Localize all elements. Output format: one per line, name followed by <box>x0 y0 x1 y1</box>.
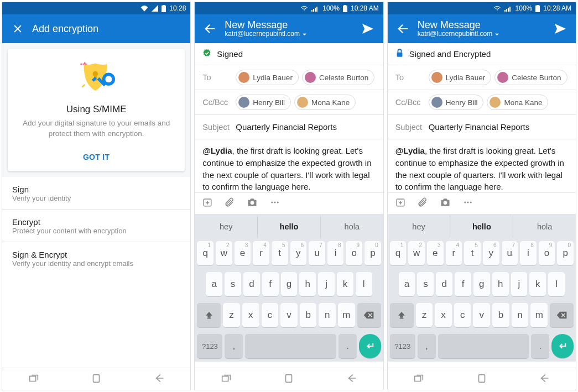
key-z[interactable]: z <box>223 303 240 327</box>
backspace-key[interactable] <box>550 303 574 327</box>
send-button[interactable] <box>360 21 376 36</box>
suggestion[interactable]: hello <box>258 216 321 238</box>
home-icon[interactable] <box>476 372 488 386</box>
option-sign-encrypt[interactable]: Sign & Encrypt Verify your identity and … <box>2 242 190 274</box>
key-e[interactable]: e3 <box>427 241 444 265</box>
close-icon[interactable] <box>10 21 25 36</box>
key-o[interactable]: o9 <box>539 241 555 265</box>
space-key[interactable] <box>438 334 529 358</box>
suggestion[interactable]: hola <box>513 216 576 238</box>
option-sign[interactable]: Sign Verify your identity <box>2 177 190 210</box>
recipient-chip[interactable]: Henry Bill <box>429 95 484 110</box>
back-icon[interactable] <box>346 372 358 386</box>
recipient-chip[interactable]: Celeste Burton <box>302 70 374 85</box>
space-key[interactable] <box>245 334 336 358</box>
suggestion[interactable]: hey <box>195 216 258 238</box>
key-c[interactable]: c <box>454 303 471 327</box>
key-x[interactable]: x <box>435 303 452 327</box>
key-s[interactable]: s <box>225 272 241 296</box>
key-s[interactable]: s <box>417 272 434 296</box>
security-banner[interactable]: Signed <box>195 43 383 65</box>
subject-row[interactable]: Subject Quarterly Financial Reports <box>388 115 576 139</box>
symbols-key[interactable]: ?123 <box>390 334 415 358</box>
key-o[interactable]: o9 <box>346 241 362 265</box>
key-m[interactable]: m <box>530 303 548 327</box>
key-z[interactable]: z <box>416 303 433 327</box>
cc-row[interactable]: Cc/Bcc Henry Bill Mona Kane <box>195 90 383 115</box>
key-v[interactable]: v <box>280 303 298 327</box>
key-f[interactable]: f <box>262 272 279 296</box>
shift-key[interactable] <box>390 303 414 327</box>
period-key[interactable]: . <box>531 334 549 358</box>
comma-key[interactable]: , <box>418 334 436 358</box>
key-g[interactable]: g <box>281 272 298 296</box>
suggestion[interactable]: hey <box>388 216 451 238</box>
period-key[interactable]: . <box>339 334 357 358</box>
key-l[interactable]: l <box>548 272 565 296</box>
key-n[interactable]: n <box>512 303 529 327</box>
key-l[interactable]: l <box>356 272 372 296</box>
key-f[interactable]: f <box>455 272 471 296</box>
recipient-chip[interactable]: Mona Kane <box>294 95 356 110</box>
attachment-icon[interactable] <box>225 197 235 210</box>
recipient-chip[interactable]: Mona Kane <box>487 95 548 110</box>
key-h[interactable]: h <box>299 272 316 296</box>
from-account-picker[interactable]: katri@lucernepubintl.com <box>418 30 500 38</box>
more-icon[interactable] <box>463 197 473 210</box>
key-w[interactable]: w2 <box>408 241 425 265</box>
key-k[interactable]: k <box>337 272 353 296</box>
key-b[interactable]: b <box>492 303 509 327</box>
key-g[interactable]: g <box>473 272 490 296</box>
send-button[interactable] <box>553 21 568 36</box>
key-r[interactable]: r4 <box>446 241 462 265</box>
backspace-key[interactable] <box>357 303 381 327</box>
key-r[interactable]: r4 <box>253 241 269 265</box>
suggestion[interactable]: hola <box>321 216 383 238</box>
key-q[interactable]: q1 <box>197 241 214 265</box>
key-i[interactable]: i8 <box>520 241 537 265</box>
option-encrypt[interactable]: Encrypt Protect your content with encryp… <box>2 210 190 242</box>
key-u[interactable]: u7 <box>309 241 325 265</box>
key-t[interactable]: t5 <box>464 241 481 265</box>
recent-apps-icon[interactable] <box>28 372 40 386</box>
key-b[interactable]: b <box>300 303 317 327</box>
recipient-chip[interactable]: Celeste Burton <box>494 70 567 85</box>
back-icon[interactable] <box>153 372 165 386</box>
recent-apps-icon[interactable] <box>413 372 425 386</box>
security-banner[interactable]: Signed and Encrypted <box>388 43 576 65</box>
key-y[interactable]: y6 <box>290 241 307 265</box>
comma-key[interactable]: , <box>225 334 243 358</box>
shift-key[interactable] <box>197 303 221 327</box>
back-arrow-icon[interactable] <box>395 21 411 36</box>
key-p[interactable]: p0 <box>364 241 381 265</box>
symbols-key[interactable]: ?123 <box>197 334 222 358</box>
to-row[interactable]: To Lydia Bauer Celeste Burton <box>195 65 383 90</box>
enter-key[interactable] <box>359 334 381 358</box>
key-k[interactable]: k <box>529 272 546 296</box>
key-n[interactable]: n <box>319 303 336 327</box>
subject-row[interactable]: Subject Quarterly Financial Reports <box>195 115 383 139</box>
back-icon[interactable] <box>538 372 550 386</box>
key-v[interactable]: v <box>473 303 490 327</box>
key-m[interactable]: m <box>338 303 355 327</box>
key-d[interactable]: d <box>243 272 260 296</box>
to-row[interactable]: To Lydia Bauer Celeste Burton <box>388 65 576 90</box>
attachment-icon[interactable] <box>418 197 428 210</box>
key-t[interactable]: t5 <box>272 241 288 265</box>
key-e[interactable]: e3 <box>235 241 251 265</box>
key-i[interactable]: i8 <box>327 241 344 265</box>
calendar-add-icon[interactable] <box>395 197 405 210</box>
key-a[interactable]: a <box>399 272 415 296</box>
key-x[interactable]: x <box>242 303 259 327</box>
key-y[interactable]: y6 <box>483 241 499 265</box>
enter-key[interactable] <box>551 334 574 358</box>
from-account-picker[interactable]: katri@lucernepubintl.com <box>225 30 307 38</box>
suggestion[interactable]: hello <box>450 216 513 238</box>
recipient-chip[interactable]: Henry Bill <box>236 95 291 110</box>
email-body[interactable]: @Lydia, the first draft is looking great… <box>195 139 383 192</box>
back-arrow-icon[interactable] <box>202 21 218 36</box>
key-j[interactable]: j <box>511 272 528 296</box>
recipient-chip[interactable]: Lydia Bauer <box>429 70 492 85</box>
key-p[interactable]: p0 <box>557 241 574 265</box>
key-c[interactable]: c <box>262 303 279 327</box>
